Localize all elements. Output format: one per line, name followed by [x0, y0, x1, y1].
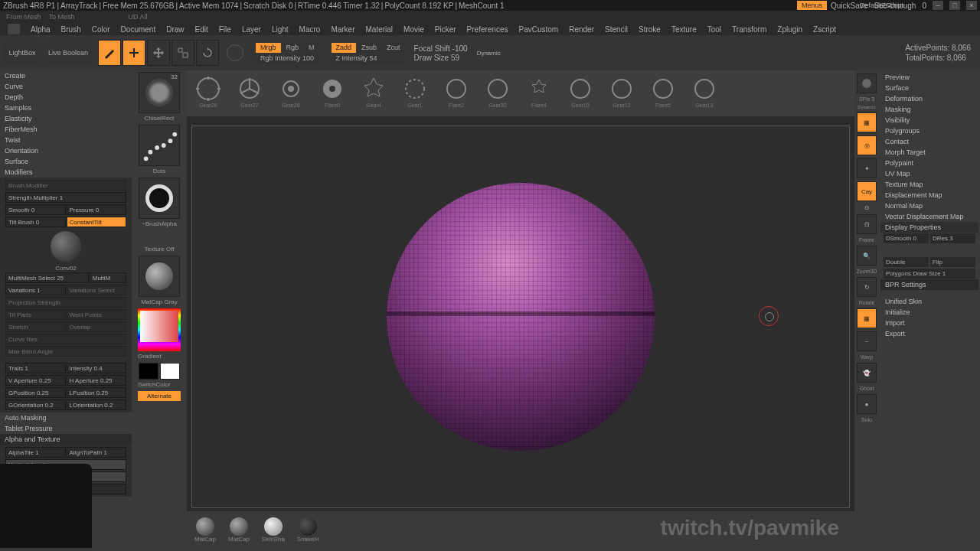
menu-render[interactable]: Render	[569, 25, 594, 34]
smooth[interactable]: Smooth 0	[5, 204, 66, 215]
menu-material[interactable]: Material	[366, 25, 394, 34]
scale-tool[interactable]	[172, 40, 194, 66]
draw-tool[interactable]	[122, 40, 145, 66]
rp-preview[interactable]: Preview	[880, 72, 978, 83]
close-button[interactable]: ×	[966, 1, 977, 10]
menu-texture[interactable]: Texture	[671, 25, 697, 34]
rside-solo[interactable]: ●	[857, 394, 877, 414]
gear-item[interactable]: Gear4	[355, 75, 392, 112]
rp-unified[interactable]: Unified Skin	[880, 296, 978, 307]
menu-macro[interactable]: Macro	[299, 25, 321, 34]
g-orientation[interactable]: GOrientation 0.2	[5, 399, 66, 410]
rgb-button[interactable]: Rgb	[282, 43, 304, 53]
rp-vdispmap[interactable]: Vector Displacement Map	[880, 211, 978, 222]
edit-tool[interactable]	[98, 40, 121, 66]
lp-elasticity[interactable]: Elasticity	[0, 113, 132, 124]
gear-item[interactable]: Gear1	[397, 75, 433, 112]
multim[interactable]: MultiM	[90, 272, 126, 283]
mrgb-button[interactable]: Mrgb	[256, 43, 281, 53]
rside-btn[interactable]	[857, 73, 877, 93]
switchcolor[interactable]: SwitchColor	[138, 381, 181, 388]
bpr-settings[interactable]: BPR Settings	[880, 279, 978, 290]
menu-edit[interactable]: Edit	[195, 25, 208, 34]
rp-polypaint[interactable]: Polypaint	[880, 158, 978, 168]
menu-stroke[interactable]: Stroke	[639, 25, 661, 34]
rotate-tool[interactable]	[196, 40, 219, 66]
rp-deformation[interactable]: Deformation	[880, 93, 978, 104]
rside-warp[interactable]: ~	[857, 331, 877, 351]
material-thumb[interactable]: SnakeH	[297, 517, 318, 543]
rp-export[interactable]: Export	[880, 328, 978, 339]
stroke-dots[interactable]	[139, 125, 180, 166]
rside-rotate[interactable]: ↻	[857, 277, 877, 297]
lp-twist[interactable]: Twist	[0, 135, 132, 145]
gear-item[interactable]: Gear12	[603, 75, 640, 112]
alternate-button[interactable]: Alternate	[138, 391, 181, 401]
menu-marker[interactable]: Marker	[331, 25, 354, 34]
gear-item[interactable]: Flare5	[645, 75, 681, 112]
m-button[interactable]: M	[304, 43, 319, 53]
menu-draw[interactable]: Draw	[166, 25, 184, 34]
zsub-button[interactable]: Zsub	[357, 43, 381, 53]
draw-size[interactable]: Draw Size 59	[414, 54, 468, 62]
aligntopath[interactable]: AlignToPath 1	[67, 447, 127, 458]
poly-draw-size[interactable]: Polygons Draw Size 1	[884, 269, 975, 279]
g-position[interactable]: GPosition 0.25	[5, 387, 66, 398]
color-swatch-secondary[interactable]	[160, 363, 180, 380]
brush-alpha[interactable]	[139, 178, 180, 219]
gear-item[interactable]: Flare2	[438, 75, 475, 112]
variations[interactable]: Variations 1	[5, 285, 66, 295]
gizmo-icon[interactable]	[227, 44, 243, 61]
gear-item[interactable]: Gear30	[479, 75, 516, 112]
rside-btn[interactable]: ◎	[857, 135, 877, 155]
live-boolean-button[interactable]: Live Boolean	[44, 41, 92, 64]
color-picker[interactable]	[138, 308, 181, 351]
rside-btn[interactable]: ✦	[857, 158, 877, 178]
double[interactable]: Double	[884, 257, 929, 267]
rp-contact[interactable]: Contact	[880, 136, 978, 147]
rside-btn[interactable]: ▦	[857, 308, 877, 328]
menu-preferences[interactable]: Preferences	[467, 25, 508, 34]
l-orientation[interactable]: LOrientation 0.2	[67, 399, 127, 410]
dynamic-label[interactable]: Dynamic	[477, 50, 501, 57]
menu-movie[interactable]: Movie	[403, 25, 424, 34]
dres[interactable]: DRes 3	[930, 233, 975, 243]
rp-dispmap[interactable]: Displacement Map	[880, 190, 978, 201]
rp-disprop[interactable]: Display Properties	[880, 222, 978, 233]
focal-shift[interactable]: Focal Shift -100	[414, 44, 468, 53]
menu-light[interactable]: Light	[272, 25, 289, 34]
menu-brush[interactable]: Brush	[61, 25, 81, 34]
rp-import[interactable]: Import	[880, 318, 978, 328]
zcut-button[interactable]: Zcut	[382, 43, 405, 53]
intensity[interactable]: Intensity 0.4	[67, 363, 127, 373]
maximize-button[interactable]: □	[949, 1, 960, 10]
multimesh-select[interactable]: MultiMesh Select 25	[5, 272, 89, 283]
menu-picker[interactable]: Picker	[435, 25, 456, 34]
alphatile[interactable]: AlphaTile 1	[5, 447, 66, 458]
tilt-brush[interactable]: Tilt Brush 0	[5, 217, 66, 227]
gear-item[interactable]: Gear13	[686, 75, 723, 112]
default-zscript[interactable]: DefaultZScript	[860, 2, 903, 9]
texture-slot[interactable]	[139, 256, 180, 297]
rside-btn[interactable]: ▦	[857, 112, 877, 132]
menu-color[interactable]: Color	[92, 25, 110, 34]
menu-zscript[interactable]: Zscript	[813, 25, 836, 34]
v-aperture[interactable]: V Aperture 0.25	[5, 375, 66, 386]
l-position[interactable]: LPosition 0.25	[67, 387, 127, 398]
rside-btn[interactable]: Cay	[857, 181, 877, 201]
lp-surface[interactable]: Surface	[0, 156, 132, 167]
material-thumb[interactable]: MatCap	[194, 517, 216, 543]
gear-item[interactable]: Gear27	[231, 75, 268, 112]
lp-samples[interactable]: Samples	[0, 103, 132, 113]
gradient-label[interactable]: Gradient	[138, 353, 181, 360]
menu-tool[interactable]: Tool	[707, 25, 721, 34]
gear-item[interactable]: Flare0	[314, 75, 351, 112]
rgb-intensity[interactable]: Rgb Intensity 100	[256, 54, 319, 64]
rp-surface[interactable]: Surface	[880, 83, 978, 93]
menu-layer[interactable]: Layer	[242, 25, 261, 34]
menu-transform[interactable]: Transform	[732, 25, 766, 34]
rp-initialize[interactable]: Initialize	[880, 307, 978, 318]
rp-texmap[interactable]: Texture Map	[880, 179, 978, 190]
lp-orientation[interactable]: Orientation	[0, 145, 132, 156]
flip[interactable]: Flip	[930, 257, 975, 267]
